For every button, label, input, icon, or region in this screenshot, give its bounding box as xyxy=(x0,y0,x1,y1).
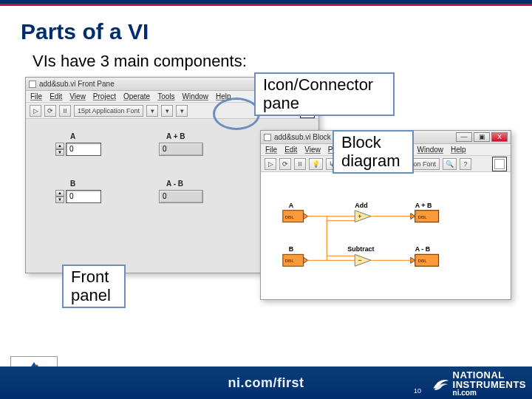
distribute-button[interactable]: ▾ xyxy=(161,105,173,117)
menu-file[interactable]: File xyxy=(265,146,277,154)
bd-label-b: B xyxy=(289,245,294,253)
spin-down-icon[interactable]: ▼ xyxy=(55,149,64,156)
vi-icon-connector[interactable] xyxy=(492,157,507,171)
run-continuous-button[interactable]: ⟳ xyxy=(279,158,291,170)
indicator-aminusb: 0 xyxy=(159,190,203,203)
window-buttons: — ▣ X xyxy=(456,132,508,142)
svg-text:DBL: DBL xyxy=(418,259,428,263)
menu-file[interactable]: File xyxy=(30,92,42,100)
ni-eagle-icon xyxy=(432,372,450,395)
bd-label-sub: Subtract xyxy=(347,245,374,253)
search-button[interactable]: 🔍 xyxy=(443,158,457,170)
menu-view[interactable]: View xyxy=(69,92,86,100)
bd-label-aminusb: A - B xyxy=(415,245,431,253)
bd-label-aplusb: A + B xyxy=(415,202,432,209)
svg-text:DBL: DBL xyxy=(418,215,428,219)
control-b[interactable]: ▲▼ 0 xyxy=(55,190,103,203)
page-number: 10 xyxy=(414,387,421,395)
menu-edit[interactable]: Edit xyxy=(284,146,297,154)
top-accent-bar xyxy=(0,0,532,6)
svg-text:DBL: DBL xyxy=(285,259,295,263)
slide-title: Parts of a VI xyxy=(21,19,532,44)
ni-logo: NATIONAL INSTRUMENTS ni.com xyxy=(432,369,526,398)
vi-icon-small xyxy=(264,134,271,141)
footer-bar: ni.com/first 10 NATIONAL INSTRUMENTS ni.… xyxy=(0,366,532,399)
svg-text:+: + xyxy=(358,213,361,220)
term-a: DBL xyxy=(285,215,295,219)
svg-marker-12 xyxy=(411,257,415,263)
spin-up-icon[interactable]: ▲ xyxy=(55,190,64,197)
label-aminusb: A - B xyxy=(166,180,183,188)
svg-marker-1 xyxy=(304,214,308,219)
vi-icon-small xyxy=(29,81,36,88)
control-a-value[interactable]: 0 xyxy=(66,143,101,156)
control-b-value[interactable]: 0 xyxy=(66,190,101,203)
menu-edit[interactable]: Edit xyxy=(50,92,62,100)
indicator-aplusb: 0 xyxy=(159,143,203,156)
spin-up-icon[interactable]: ▲ xyxy=(55,143,64,149)
menu-window[interactable]: Window xyxy=(182,92,208,100)
run-button[interactable]: ▷ xyxy=(265,158,276,170)
reorder-button[interactable]: ▾ xyxy=(176,105,188,117)
icon-connector-highlight xyxy=(213,98,260,130)
menu-window[interactable]: Window xyxy=(417,146,443,154)
minimize-button[interactable]: — xyxy=(456,132,472,142)
bd-label-a: A xyxy=(289,202,294,209)
menu-tools[interactable]: Tools xyxy=(157,92,174,100)
font-picker[interactable]: 15pt Application Font xyxy=(74,105,143,117)
svg-text:−: − xyxy=(358,256,361,264)
maximize-button[interactable]: ▣ xyxy=(474,132,490,142)
run-button[interactable]: ▷ xyxy=(30,105,41,117)
label-aplusb: A + B xyxy=(166,132,185,140)
menu-help[interactable]: Help xyxy=(451,146,466,154)
svg-marker-4 xyxy=(411,214,415,219)
highlight-button[interactable]: 💡 xyxy=(309,158,323,170)
bd-body: A DBL Add + A + B DBL B DBL Subtract − A… xyxy=(261,172,511,299)
label-a: A xyxy=(70,132,75,140)
menu-view[interactable]: View xyxy=(304,146,321,154)
pause-button[interactable]: II xyxy=(294,158,306,170)
menu-operate[interactable]: Operate xyxy=(123,92,150,100)
ni-logo-text: NATIONAL INSTRUMENTS ni.com xyxy=(453,370,526,397)
callout-icon-connector: Icon/Connector pane xyxy=(254,72,395,116)
callout-front-panel: Front panel xyxy=(62,265,126,308)
fp-title-text: add&sub.vi Front Pane xyxy=(39,80,261,88)
run-continuous-button[interactable]: ⟳ xyxy=(44,105,56,117)
label-b: B xyxy=(70,180,75,188)
align-button[interactable]: ▾ xyxy=(146,105,158,117)
callout-block-diagram: Block diagram xyxy=(332,130,414,174)
control-a[interactable]: ▲▼ 0 xyxy=(55,143,103,156)
spin-down-icon[interactable]: ▼ xyxy=(55,197,64,203)
pause-button[interactable]: II xyxy=(59,105,71,117)
block-diagram-svg: A DBL Add + A + B DBL B DBL Subtract − A… xyxy=(261,172,511,300)
slide-subtitle: VIs have 3 main components: xyxy=(33,52,532,71)
bd-label-add: Add xyxy=(355,202,367,209)
close-button[interactable]: X xyxy=(491,132,508,142)
slide-canvas: add&sub.vi Front Pane — ▣ X File Edit Vi… xyxy=(0,77,532,343)
svg-marker-9 xyxy=(304,257,308,263)
menu-project[interactable]: Project xyxy=(93,92,116,100)
help-button[interactable]: ? xyxy=(460,158,471,170)
